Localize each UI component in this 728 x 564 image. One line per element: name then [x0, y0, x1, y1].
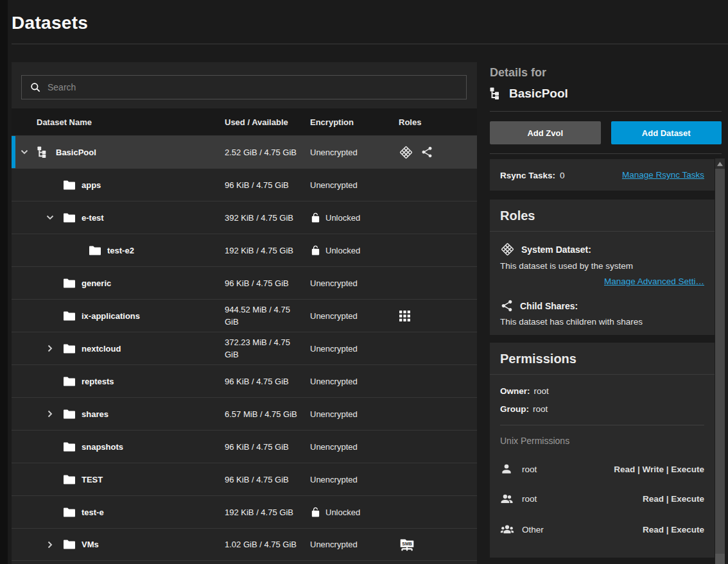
chevron-down-icon[interactable]: [19, 144, 37, 160]
add-zvol-button[interactable]: Add Zvol: [490, 121, 601, 144]
details-panel: Details for BasicPool Add Zvol Add Datas…: [490, 62, 722, 564]
table-row[interactable]: generic96 KiB / 4.75 GiBUnencrypted: [12, 266, 477, 299]
dataset-name-label: generic: [82, 278, 111, 288]
encryption-value: Unencrypted: [310, 311, 358, 321]
search-box[interactable]: [21, 75, 467, 99]
pool-icon: [37, 146, 50, 158]
group-label: Group:: [500, 404, 529, 414]
table-row[interactable]: snapshots96 KiB / 4.75 GiBUnencrypted: [12, 430, 477, 463]
roles-card-title: Roles: [500, 209, 704, 223]
permission-entity-name: Other: [522, 525, 544, 534]
usage-value: 96 KiB / 4.75 GiB: [225, 441, 310, 453]
details-cards: Rsync Tasks:0 Manage Rsync Tasks Roles S…: [490, 159, 715, 558]
page-title: Datasets: [12, 13, 88, 33]
encryption-value: Unencrypted: [310, 180, 358, 190]
encryption-value: Unlocked: [325, 246, 360, 255]
dataset-name-label: snapshots: [82, 442, 123, 452]
table-row[interactable]: TEST96 KiB / 4.75 GiBUnencrypted: [12, 463, 477, 495]
encryption-cell: Unencrypted: [310, 475, 394, 484]
search-section: [12, 62, 477, 108]
dataset-name-label: BasicPool: [56, 148, 96, 157]
usage-value: 372.23 MiB / 4.75 GiB: [225, 336, 310, 361]
table-row[interactable]: nextcloud372.23 MiB / 4.75 GiBUnencrypte…: [12, 332, 477, 364]
lock-open-icon: [310, 507, 321, 518]
rsync-tasks-label: Rsync Tasks:: [500, 171, 555, 180]
add-dataset-button[interactable]: Add Dataset: [611, 121, 722, 144]
permission-entity-name: root: [522, 494, 537, 504]
usage-value: 6.57 MiB / 4.75 GiB: [225, 408, 310, 420]
roles-cell: [394, 145, 477, 160]
expander-spacer: [45, 307, 63, 324]
groups-icon: [500, 522, 514, 536]
smb-share-icon: SMB: [399, 536, 415, 552]
manage-advanced-settings-link[interactable]: Manage Advanced Setti…: [604, 277, 704, 286]
left-edge-strip: [0, 0, 8, 564]
table-row[interactable]: test-e192 KiB / 4.75 GiBUnlocked: [12, 495, 477, 528]
dataset-name-label: reptests: [82, 377, 114, 386]
table-row[interactable]: VMs1.02 GiB / 4.75 GiBUnencryptedSMB: [12, 528, 477, 561]
encryption-cell: Unencrypted: [310, 311, 394, 321]
permissions-inset-divider: [500, 425, 704, 425]
svg-text:SMB: SMB: [402, 542, 412, 546]
encryption-cell: Unencrypted: [310, 148, 394, 157]
dataset-name-label: VMs: [82, 540, 99, 549]
dataset-name-label: nextcloud: [82, 344, 121, 354]
dataset-name-label: ix-applications: [82, 311, 140, 321]
system-dataset-label: System Dataset:: [521, 244, 591, 255]
child-shares-icon: [420, 146, 433, 158]
dataset-name-label: e-test: [82, 213, 104, 223]
chevron-right-icon[interactable]: [45, 406, 63, 422]
encryption-value: Unencrypted: [310, 148, 358, 157]
child-shares-icon: [500, 299, 514, 312]
child-shares-description: This dataset has children with shares: [500, 317, 704, 327]
dataset-tree-rows: BasicPool2.52 GiB / 4.75 GiBUnencrypteda…: [12, 135, 477, 561]
pool-icon: [490, 87, 503, 100]
search-input[interactable]: [48, 82, 458, 92]
column-header-used-available: Used / Available: [225, 117, 310, 127]
system-dataset-icon: [399, 145, 413, 160]
owner-row: Owner:root: [500, 386, 704, 396]
folder-icon: [63, 311, 76, 321]
roles-cell: SMB: [394, 536, 477, 552]
encryption-cell: Unencrypted: [310, 344, 394, 354]
permission-value: Read | Execute: [643, 525, 704, 534]
scrollbar-down-button[interactable]: [715, 554, 725, 564]
table-row[interactable]: test-e2192 KiB / 4.75 GiBUnlocked: [12, 234, 477, 266]
scrollbar-up-button[interactable]: [715, 158, 725, 169]
table-row[interactable]: BasicPool2.52 GiB / 4.75 GiBUnencrypted: [12, 135, 477, 168]
search-icon: [30, 82, 40, 92]
lock-open-icon: [310, 245, 321, 256]
table-row[interactable]: apps96 KiB / 4.75 GiBUnencrypted: [12, 168, 477, 201]
encryption-cell: Unencrypted: [310, 377, 394, 386]
chevron-down-icon[interactable]: [45, 209, 63, 226]
folder-icon: [63, 409, 76, 420]
folder-icon: [63, 180, 76, 191]
chevron-right-icon[interactable]: [45, 536, 63, 553]
permission-entry: OtherRead | Execute: [500, 522, 704, 536]
folder-icon: [63, 539, 76, 550]
encryption-value: Unencrypted: [310, 377, 358, 386]
table-row[interactable]: shares6.57 MiB / 4.75 GiBUnencrypted: [12, 397, 477, 430]
roles-card: Roles System Dataset: This dataset is us…: [490, 200, 715, 335]
encryption-value: Unencrypted: [310, 442, 358, 452]
group-value: root: [533, 404, 548, 414]
folder-icon: [63, 343, 76, 354]
chevron-right-icon[interactable]: [45, 340, 63, 357]
details-scrollbar: [715, 158, 725, 564]
manage-rsync-tasks-link[interactable]: Manage Rsync Tasks: [622, 170, 704, 180]
details-divider-top: [490, 111, 722, 112]
column-header-roles: Roles: [394, 117, 477, 127]
folder-icon: [63, 441, 76, 452]
scrollbar-thumb[interactable]: [715, 169, 725, 554]
column-header-encryption: Encryption: [310, 117, 394, 127]
permission-value: Read | Write | Execute: [614, 465, 704, 474]
encryption-cell: Unencrypted: [310, 409, 394, 419]
table-row[interactable]: ix-applications944.52 MiB / 4.75 GiBUnen…: [12, 299, 477, 332]
encryption-value: Unencrypted: [310, 475, 358, 484]
encryption-value: Unencrypted: [310, 278, 358, 288]
table-row[interactable]: e-test392 KiB / 4.75 GiBUnlocked: [12, 201, 477, 234]
table-row[interactable]: reptests96 KiB / 4.75 GiBUnencrypted: [12, 364, 477, 397]
roles-card-divider: [490, 231, 715, 232]
permission-value: Read | Execute: [643, 494, 704, 504]
dataset-name-label: apps: [82, 180, 101, 190]
